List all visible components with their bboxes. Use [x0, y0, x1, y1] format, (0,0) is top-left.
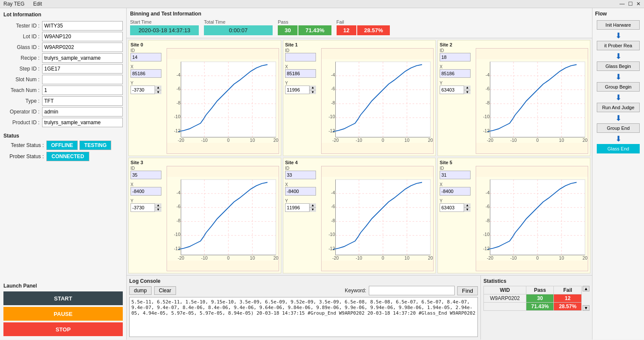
group-begin-btn[interactable]: Group Begin — [597, 82, 640, 92]
svg-text:-10: -10 — [483, 114, 489, 119]
site-0-y-up[interactable]: ▲ — [155, 86, 161, 90]
site-2-id-input[interactable] — [440, 53, 471, 61]
stats-scroll-down[interactable]: ▼ — [583, 305, 589, 311]
site-0-title: Site 0 — [131, 42, 279, 47]
fail-pct: 28.57% — [357, 25, 390, 35]
site-3-id-field: ID — [131, 166, 165, 179]
binning-title: Binning and Test Information — [130, 11, 589, 17]
lot-id-label: Lot ID : — [3, 34, 42, 40]
site-0-fields: ID X Y ▲ ▼ — [131, 48, 165, 154]
site-2-y-up[interactable]: ▲ — [464, 86, 471, 90]
site-4-id-input[interactable] — [285, 171, 316, 179]
dump-button[interactable]: dump — [129, 286, 152, 295]
site-5-x-field: X — [440, 182, 474, 196]
main-layout: Lot Information Tester ID :Lot ID :Glass… — [0, 8, 644, 340]
tester-id-input[interactable] — [42, 21, 123, 31]
group-end-btn[interactable]: Group End — [597, 123, 640, 133]
site-4-y-dn[interactable]: ▼ — [309, 208, 316, 212]
site-2-x-input[interactable] — [440, 69, 471, 78]
site-1-chart: -4 -6 -8 -10 -12 -20 -10 0 10 20 — [321, 48, 434, 154]
svg-text:-10: -10 — [356, 138, 362, 143]
fail-row: 12 28.57% — [337, 25, 390, 35]
site-3-title: Site 3 — [131, 160, 279, 165]
step-id-input[interactable] — [42, 64, 123, 74]
slot-num-row: Slot Num : — [3, 75, 123, 84]
init-hardware-btn[interactable]: Init Harware — [597, 20, 640, 30]
svg-text:-10: -10 — [510, 138, 517, 143]
svg-text:-4: -4 — [486, 190, 489, 195]
stats-wid-1: W9ARP0202 — [484, 294, 526, 303]
close-btn[interactable]: ✕ — [636, 1, 641, 7]
glass-id-input[interactable] — [42, 43, 123, 52]
type-label: Type : — [3, 98, 42, 104]
edit-menu[interactable]: Edit — [33, 1, 42, 7]
svg-text:0: 0 — [382, 138, 384, 143]
maximize-btn[interactable]: ☐ — [628, 1, 633, 7]
svg-text:20: 20 — [583, 138, 588, 143]
status-section: Status Tester Status : OFFLINE TESTING P… — [3, 133, 123, 163]
svg-text:-4: -4 — [331, 190, 335, 195]
site-1-id-input[interactable] — [285, 53, 316, 61]
operator-id-input[interactable] — [42, 107, 123, 116]
glass-begin-btn[interactable]: Glass Begin — [597, 61, 640, 71]
slot-num-input[interactable] — [42, 75, 123, 84]
svg-text:-20: -20 — [487, 138, 493, 143]
recipe-label: Recipe : — [3, 55, 42, 61]
site-4-title: Site 4 — [285, 160, 434, 165]
stats-scroll-up[interactable]: ▲ — [583, 286, 589, 291]
svg-text:-12: -12 — [174, 129, 180, 133]
start-button[interactable]: START — [3, 291, 123, 305]
site-4-x-input[interactable] — [285, 187, 316, 196]
find-button[interactable]: Find — [457, 286, 478, 295]
sites-grid: Site 0 ID X Y ▲ ▼ — [127, 38, 592, 275]
glass-end-btn[interactable]: Glass End — [597, 144, 640, 153]
site-0-x-input[interactable] — [131, 69, 161, 78]
site-2-fields: ID X Y ▲ ▼ — [440, 48, 474, 154]
recipe-input[interactable] — [42, 53, 123, 63]
stats-col-fail: Fail — [554, 286, 582, 294]
site-1-y-up[interactable]: ▲ — [309, 86, 316, 90]
svg-text:0: 0 — [382, 255, 384, 260]
total-time-label: Total Time — [204, 19, 273, 25]
site-3-content: ID X Y ▲ ▼ — [131, 166, 279, 272]
product-id-input[interactable] — [42, 118, 123, 127]
site-2-y-dn[interactable]: ▼ — [464, 90, 471, 95]
run-and-judge-btn[interactable]: Run And Judge — [597, 103, 640, 112]
site-3-y-up[interactable]: ▲ — [155, 203, 161, 208]
flow-steps: Init Harware⬇it Prober Rea⬇Glass Begin⬇G… — [595, 20, 641, 154]
site-5-chart: -4 -6 -8 -10 -12 -20 -10 0 10 20 — [476, 166, 588, 272]
stats-table: WID Pass Fail W9ARP0202 30 12 — [483, 286, 582, 311]
fail-label: Fail — [337, 19, 390, 25]
teach-num-input[interactable] — [42, 86, 123, 95]
clear-button[interactable]: Clear — [154, 286, 176, 295]
site-0-y-field: Y ▲ ▼ — [131, 81, 165, 94]
site-5-id-input[interactable] — [440, 171, 471, 179]
pause-button[interactable]: PAUSE — [3, 307, 123, 321]
site-3-y-dn[interactable]: ▼ — [155, 208, 161, 212]
launch-title: Launch Panel — [3, 283, 123, 289]
site-3-x-input[interactable] — [131, 187, 161, 196]
keyword-input[interactable] — [369, 286, 455, 295]
site-3-id-input[interactable] — [131, 171, 161, 179]
type-input[interactable] — [42, 96, 123, 106]
site-5-y-dn[interactable]: ▼ — [464, 208, 471, 212]
site-5-x-input[interactable] — [440, 187, 471, 196]
lot-id-input[interactable] — [42, 32, 123, 41]
site-1-y-dn[interactable]: ▼ — [309, 90, 316, 95]
stats-fail-1: 12 — [554, 294, 582, 303]
site-2-title: Site 2 — [440, 42, 588, 47]
site-4-x-field: X — [285, 182, 319, 196]
site-5-y-up[interactable]: ▲ — [464, 203, 471, 208]
it-prober-btn[interactable]: it Prober Rea — [597, 41, 640, 50]
site-4-y-up[interactable]: ▲ — [309, 203, 316, 208]
site-0-y-dn[interactable]: ▼ — [155, 90, 161, 95]
tester-status-row: Tester Status : OFFLINE TESTING — [3, 141, 123, 150]
site-1-x-input[interactable] — [285, 69, 316, 78]
total-time-item: Total Time 0:00:07 — [204, 19, 273, 35]
minimize-btn[interactable]: — — [620, 1, 625, 7]
svg-text:20: 20 — [428, 255, 433, 260]
center-panel: Binning and Test Information Start Time … — [127, 8, 592, 340]
stop-button[interactable]: STOP — [3, 322, 123, 336]
site-2-panel: Site 2 ID X Y ▲ ▼ — [437, 40, 590, 156]
site-0-id-input[interactable] — [131, 53, 161, 61]
